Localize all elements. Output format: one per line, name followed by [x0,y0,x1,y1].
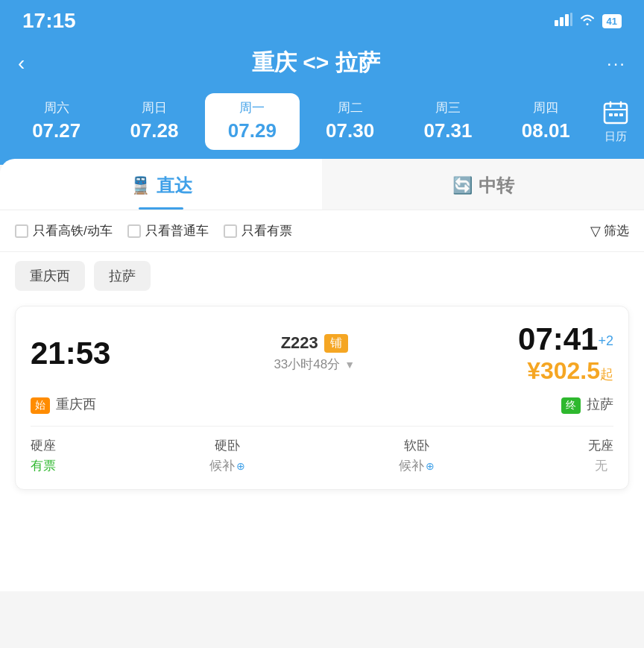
checkbox-high-speed[interactable] [15,224,28,238]
date-item-3[interactable]: 周二 07.30 [303,93,397,150]
seat-status-0: 有票 [31,457,56,474]
calendar-label: 日历 [604,130,627,144]
wifi-icon [578,13,596,30]
plus-days: +2 [598,333,613,348]
train-icon: 🚆 [130,176,151,195]
duration-row: 33小时48分 ▼ [274,356,355,373]
checkbox-available[interactable] [224,224,237,238]
tab-direct[interactable]: 🚆 直达 [0,159,322,210]
depart-time: 21:53 [31,336,110,371]
filter-high-speed[interactable]: 只看高铁/动车 [15,222,113,239]
svg-rect-8 [609,113,613,116]
content-area: 🚆 直达 🔄 中转 只看高铁/动车 只看普通车 只看有票 ▽ 筛选 重庆西 拉萨 [0,159,644,591]
checkbox-normal[interactable] [127,224,141,238]
status-time: 17:15 [22,9,76,33]
arrive-time-row: 07:41+2 [518,321,613,357]
back-button[interactable]: ‹ [18,51,25,75]
svg-rect-1 [560,17,564,26]
station-info-row: 始 重庆西 终 拉萨 [31,395,613,414]
seats-row: 硬座 有票 硬卧 候补⊕ 软卧 候补⊕ 无座 无 [31,426,613,474]
waitlist-plus-icon[interactable]: ⊕ [236,460,245,472]
train-badge: 铺 [324,334,348,353]
filter-button[interactable]: ▽ 筛选 [590,222,629,239]
svg-rect-10 [619,113,623,116]
price: ¥302.5 [527,357,600,384]
train-no-row: Z223 铺 [281,333,348,353]
tabs: 🚆 直达 🔄 中转 [0,159,644,210]
date-selector: 周六 07.27 周日 07.28 周一 07.29 周二 07.30 周三 0… [0,90,644,165]
chip-destination[interactable]: 拉萨 [94,261,151,291]
filter-normal[interactable]: 只看普通车 [127,222,209,239]
svg-rect-3 [570,13,572,26]
price-suffix: 起 [600,367,613,382]
date-item-4[interactable]: 周三 07.31 [400,93,495,150]
svg-rect-9 [614,113,618,116]
filter-icon: ▽ [590,223,601,239]
status-bar: 17:15 41 [0,0,644,42]
seat-item-0: 硬座 有票 [31,437,56,474]
origin-station: 始 重庆西 [31,395,96,414]
price-row: ¥302.5起 [527,357,613,385]
header-nav: ‹ 重庆 <> 拉萨 ··· [0,42,644,90]
date-item-5[interactable]: 周四 08.01 [499,93,593,150]
chip-origin[interactable]: 重庆西 [15,261,85,291]
tab-transfer[interactable]: 🔄 中转 [322,159,644,210]
origin-station-name: 重庆西 [56,397,96,412]
terminal-station: 终 拉萨 [561,395,613,414]
more-button[interactable]: ··· [607,53,626,74]
arrive-time: 07:41 [518,321,598,356]
waitlist-plus-icon-2[interactable]: ⊕ [426,460,435,472]
terminal-tag: 终 [561,397,581,414]
seat-status-2: 候补⊕ [399,457,435,474]
train-card-0[interactable]: 21:53 Z223 铺 33小时48分 ▼ 07:41+2 ¥302.5起 [15,306,629,490]
filter-available[interactable]: 只看有票 [224,222,292,239]
seat-item-3: 无座 无 [588,437,613,474]
origin-tag: 始 [31,397,50,414]
date-item-1[interactable]: 周日 07.28 [107,93,201,150]
duration-text: 33小时48分 [274,356,340,373]
transfer-icon: 🔄 [452,176,473,195]
signal-icon [555,13,572,30]
terminal-station-name: 拉萨 [587,397,613,412]
seat-item-2: 软卧 候补⊕ [399,437,435,474]
calendar-button[interactable]: 日历 [596,97,635,147]
train-main-info: 21:53 Z223 铺 33小时48分 ▼ 07:41+2 ¥302.5起 [31,321,613,385]
status-icons: 41 [555,13,622,30]
date-item-0[interactable]: 周六 07.27 [9,93,104,150]
page-title: 重庆 <> 拉萨 [252,48,380,78]
arrive-block: 07:41+2 ¥302.5起 [518,321,613,385]
train-center-info: Z223 铺 33小时48分 ▼ [274,333,355,373]
svg-rect-2 [565,14,569,26]
svg-rect-0 [555,20,558,26]
battery-icon: 41 [602,14,622,28]
seat-status-3: 无 [595,457,607,474]
train-number: Z223 [281,333,318,353]
duration-arrow-icon: ▼ [344,359,355,371]
seat-status-1: 候补⊕ [209,457,245,474]
date-item-2-active[interactable]: 周一 07.29 [205,93,300,150]
filters-row: 只看高铁/动车 只看普通车 只看有票 ▽ 筛选 [0,210,644,252]
seat-item-1: 硬卧 候补⊕ [209,437,245,474]
station-chips: 重庆西 拉萨 [0,252,644,297]
